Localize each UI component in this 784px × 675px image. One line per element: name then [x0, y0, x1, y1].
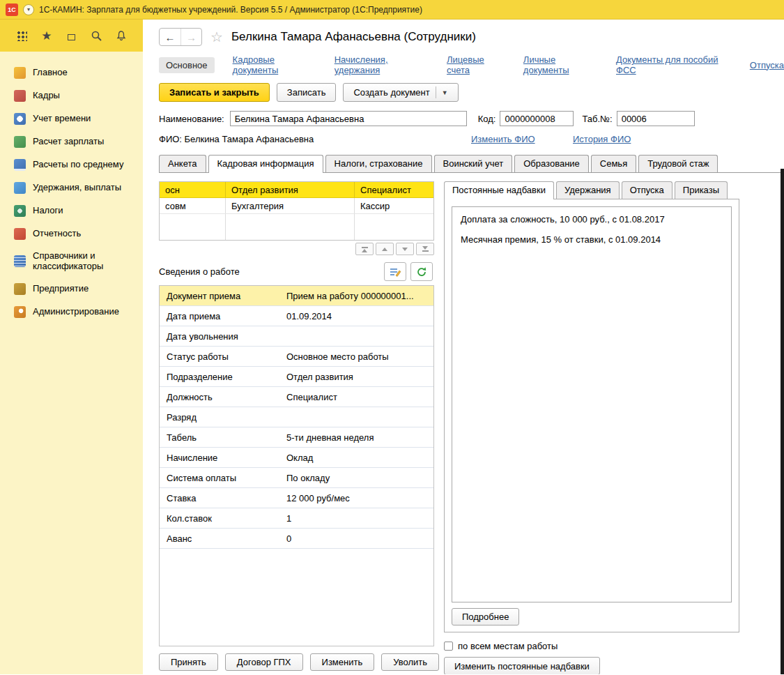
tab-postoyannye-nadbavki[interactable]: Постоянные надбавки — [444, 181, 554, 199]
assignments-table: осн Отдел развития Специалист совм Бухга… — [159, 181, 434, 241]
fio-row: ФИО: Белкина Тамара Афанасьевна Изменить… — [159, 134, 784, 146]
tab-voinskiy-uchet[interactable]: Воинский учет — [434, 155, 513, 172]
sidebar-item-raschety-po-srednemu[interactable]: Расчеты по среднему — [0, 153, 143, 176]
notifications-bell-icon[interactable] — [114, 28, 129, 43]
assignment-row-selected[interactable]: осн Отдел развития Специалист — [160, 182, 433, 198]
nav-link-dokumenty-fss[interactable]: Документы для пособий ФСС — [616, 54, 732, 75]
main-menu-button[interactable]: ▾ — [23, 4, 34, 15]
tab-prikazy[interactable]: Приказы — [675, 181, 728, 199]
move-last-button[interactable] — [416, 243, 434, 255]
sidebar-item-raschet-zarplaty[interactable]: Расчет зарплаты — [0, 130, 143, 153]
assignment-pos-cell: Специалист — [355, 182, 433, 197]
home-icon — [14, 67, 26, 79]
history-fio-link[interactable]: История ФИО — [573, 134, 631, 144]
allowance-item[interactable]: Доплата за сложность, 10 000 руб., с 01.… — [461, 214, 723, 225]
assignment-row[interactable]: совм Бухгалтерия Кассир — [160, 198, 433, 214]
nav-link-litsevye-scheta[interactable]: Лицевые счета — [447, 54, 505, 75]
favorites-star-icon[interactable]: ★ — [39, 28, 54, 43]
move-down-button[interactable] — [396, 243, 414, 255]
dropdown-caret-icon: ▼ — [442, 89, 448, 96]
tab-kadrovaya-informatsiya[interactable]: Кадровая информация — [208, 155, 323, 173]
allowances-tabs: Постоянные надбавки Удержания Отпуска Пр… — [444, 181, 739, 199]
details-button[interactable]: Подробнее — [452, 608, 519, 625]
work-row: НачислениеОклад — [160, 448, 433, 468]
sections-menu-icon[interactable] — [14, 28, 29, 43]
move-up-button[interactable] — [376, 243, 394, 255]
tab-anketa[interactable]: Анкета — [159, 155, 206, 172]
work-row: Система оплатыПо окладу — [160, 468, 433, 488]
forward-button[interactable]: → — [180, 29, 201, 45]
all-jobs-row: по всем местам работы — [444, 641, 739, 651]
window-title: 1С-КАМИН: Зарплата для бюджетных учрежде… — [39, 5, 422, 15]
nav-link-osnovnoe[interactable]: Основное — [159, 57, 215, 73]
code-input[interactable] — [500, 111, 574, 126]
dismiss-button[interactable]: Уволить — [381, 653, 439, 671]
sidebar-item-uchet-vremeni[interactable]: Учет времени — [0, 107, 143, 130]
work-row: Дата приема01.09.2014 — [160, 306, 433, 326]
back-button[interactable]: ← — [160, 29, 180, 45]
list-settings-button[interactable] — [384, 262, 406, 281]
work-row: Дата увольнения — [160, 326, 433, 347]
personnel-icon — [14, 90, 26, 102]
code-label: Код: — [478, 114, 496, 124]
sidebar-item-nalogi[interactable]: Налоги — [0, 199, 143, 222]
nav-link-lichnye-dokumenty[interactable]: Личные документы — [523, 54, 598, 75]
sidebar-item-glavnoe[interactable]: Главное — [0, 61, 143, 84]
work-row: Ставка12 000 руб/мес — [160, 488, 433, 508]
sidebar-item-administrirovanie[interactable]: Администрирование — [0, 301, 143, 324]
nav-link-otpuska[interactable]: Отпуска — [750, 60, 784, 70]
allowances-list: Доплата за сложность, 10 000 руб., с 01.… — [452, 206, 732, 602]
button-separator — [436, 86, 436, 98]
work-row: ДолжностьСпециалист — [160, 387, 433, 407]
assignment-dept-cell: Отдел развития — [226, 182, 355, 197]
work-row: Документ приемаПрием на работу 000000001… — [160, 286, 433, 306]
allowance-item[interactable]: Месячная премия, 15 % от ставки, с 01.09… — [461, 234, 723, 245]
payments-icon — [14, 182, 26, 194]
name-form-row: Наименование: Код: Таб.№: — [159, 111, 784, 126]
open-windows-icon[interactable] — [64, 28, 79, 43]
main-area: ← → ☆ Белкина Тамара Афанасьевна (Сотруд… — [143, 20, 784, 674]
save-close-button[interactable]: Записать и закрыть — [159, 83, 270, 102]
assignment-pos-cell: Кассир — [355, 198, 433, 213]
enterprise-icon — [14, 283, 26, 295]
refresh-button[interactable] — [410, 262, 433, 281]
tab-number-label: Таб.№: — [582, 114, 612, 124]
sidebar-toolbar: ★ — [0, 20, 143, 52]
save-button[interactable]: Записать — [277, 83, 337, 102]
sidebar-item-predpriyatie[interactable]: Предприятие — [0, 278, 143, 301]
work-row: Статус работыОсновное место работы — [160, 347, 433, 367]
gear-icon — [14, 306, 26, 318]
tab-otpuska[interactable]: Отпуска — [622, 181, 672, 199]
edit-allowances-button[interactable]: Изменить постоянные надбавки — [444, 657, 600, 674]
globe-icon — [14, 205, 26, 217]
tab-number-input[interactable] — [617, 111, 695, 126]
gph-contract-button[interactable]: Договор ГПХ — [225, 653, 303, 671]
tab-uderzhaniya[interactable]: Удержания — [556, 181, 620, 199]
navigation-links: Основное Кадровые документы Начисления, … — [159, 54, 784, 75]
work-row: ПодразделениеОтдел развития — [160, 367, 433, 387]
change-button[interactable]: Изменить — [310, 653, 375, 671]
nav-link-nachisleniya-uderzhaniya[interactable]: Начисления, удержания — [335, 54, 429, 75]
sidebar-item-kadry[interactable]: Кадры — [0, 84, 143, 107]
move-first-button[interactable] — [355, 243, 374, 255]
search-icon[interactable] — [89, 28, 104, 43]
clock-icon — [14, 113, 26, 125]
sidebar-item-spravochniki[interactable]: Справочники и классификаторы — [0, 245, 143, 278]
reference-icon — [14, 255, 26, 267]
tab-nalogi-strakhovanie[interactable]: Налоги, страхование — [325, 155, 432, 172]
sidebar-item-uderzhaniya-vyplaty[interactable]: Удержания, выплаты — [0, 176, 143, 199]
payroll-icon — [14, 136, 26, 148]
change-fio-link[interactable]: Изменить ФИО — [471, 134, 535, 144]
name-input[interactable] — [230, 111, 467, 126]
tab-semya[interactable]: Семья — [591, 155, 636, 172]
favorite-star-icon[interactable]: ☆ — [210, 29, 223, 45]
sidebar-item-otchetnost[interactable]: Отчетность — [0, 222, 143, 245]
all-jobs-checkbox[interactable] — [444, 642, 453, 651]
nav-link-kadrovye-dokumenty[interactable]: Кадровые документы — [233, 54, 316, 75]
create-document-button[interactable]: Создать документ ▼ — [343, 83, 458, 102]
work-row: Кол.ставок1 — [160, 508, 433, 529]
accept-button[interactable]: Принять — [159, 653, 218, 671]
row-move-toolbar — [159, 243, 434, 255]
tab-trudovoy-stazh[interactable]: Трудовой стаж — [638, 155, 718, 172]
tab-obrazovanie[interactable]: Образование — [514, 155, 589, 172]
